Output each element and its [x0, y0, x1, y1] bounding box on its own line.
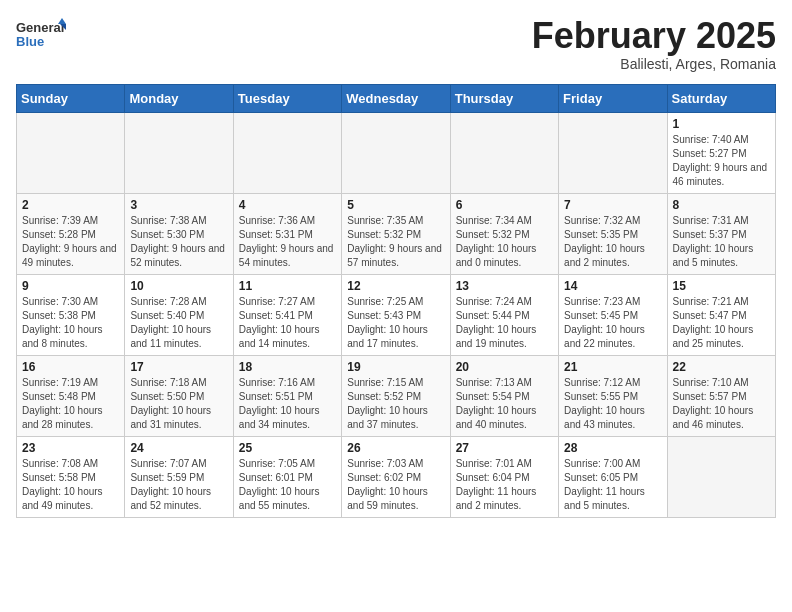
- title-block: February 2025 Balilesti, Arges, Romania: [532, 16, 776, 72]
- page-header: General Blue February 2025 Balilesti, Ar…: [16, 16, 776, 72]
- logo: General Blue: [16, 16, 66, 60]
- day-info: Sunrise: 7:35 AM Sunset: 5:32 PM Dayligh…: [347, 214, 444, 270]
- calendar-cell-w2-d3: 4Sunrise: 7:36 AM Sunset: 5:31 PM Daylig…: [233, 193, 341, 274]
- day-number: 14: [564, 279, 661, 293]
- calendar-cell-w1-d5: [450, 112, 558, 193]
- calendar-cell-w3-d3: 11Sunrise: 7:27 AM Sunset: 5:41 PM Dayli…: [233, 274, 341, 355]
- calendar-cell-w5-d1: 23Sunrise: 7:08 AM Sunset: 5:58 PM Dayli…: [17, 436, 125, 517]
- day-number: 27: [456, 441, 553, 455]
- calendar-cell-w2-d2: 3Sunrise: 7:38 AM Sunset: 5:30 PM Daylig…: [125, 193, 233, 274]
- day-number: 2: [22, 198, 119, 212]
- day-number: 4: [239, 198, 336, 212]
- calendar-cell-w2-d1: 2Sunrise: 7:39 AM Sunset: 5:28 PM Daylig…: [17, 193, 125, 274]
- calendar-cell-w3-d7: 15Sunrise: 7:21 AM Sunset: 5:47 PM Dayli…: [667, 274, 775, 355]
- day-info: Sunrise: 7:16 AM Sunset: 5:51 PM Dayligh…: [239, 376, 336, 432]
- header-tuesday: Tuesday: [233, 84, 341, 112]
- calendar-cell-w5-d3: 25Sunrise: 7:05 AM Sunset: 6:01 PM Dayli…: [233, 436, 341, 517]
- day-info: Sunrise: 7:39 AM Sunset: 5:28 PM Dayligh…: [22, 214, 119, 270]
- day-number: 19: [347, 360, 444, 374]
- day-number: 26: [347, 441, 444, 455]
- calendar-week-3: 9Sunrise: 7:30 AM Sunset: 5:38 PM Daylig…: [17, 274, 776, 355]
- day-number: 23: [22, 441, 119, 455]
- svg-text:Blue: Blue: [16, 34, 44, 49]
- day-info: Sunrise: 7:28 AM Sunset: 5:40 PM Dayligh…: [130, 295, 227, 351]
- calendar-week-2: 2Sunrise: 7:39 AM Sunset: 5:28 PM Daylig…: [17, 193, 776, 274]
- location: Balilesti, Arges, Romania: [532, 56, 776, 72]
- calendar-cell-w3-d5: 13Sunrise: 7:24 AM Sunset: 5:44 PM Dayli…: [450, 274, 558, 355]
- day-info: Sunrise: 7:36 AM Sunset: 5:31 PM Dayligh…: [239, 214, 336, 270]
- day-info: Sunrise: 7:31 AM Sunset: 5:37 PM Dayligh…: [673, 214, 770, 270]
- day-info: Sunrise: 7:34 AM Sunset: 5:32 PM Dayligh…: [456, 214, 553, 270]
- day-number: 8: [673, 198, 770, 212]
- day-info: Sunrise: 7:27 AM Sunset: 5:41 PM Dayligh…: [239, 295, 336, 351]
- day-number: 25: [239, 441, 336, 455]
- calendar-cell-w4-d7: 22Sunrise: 7:10 AM Sunset: 5:57 PM Dayli…: [667, 355, 775, 436]
- calendar-cell-w3-d6: 14Sunrise: 7:23 AM Sunset: 5:45 PM Dayli…: [559, 274, 667, 355]
- day-number: 3: [130, 198, 227, 212]
- calendar-cell-w1-d3: [233, 112, 341, 193]
- calendar-cell-w3-d4: 12Sunrise: 7:25 AM Sunset: 5:43 PM Dayli…: [342, 274, 450, 355]
- day-info: Sunrise: 7:00 AM Sunset: 6:05 PM Dayligh…: [564, 457, 661, 513]
- day-number: 22: [673, 360, 770, 374]
- calendar-cell-w4-d4: 19Sunrise: 7:15 AM Sunset: 5:52 PM Dayli…: [342, 355, 450, 436]
- day-number: 9: [22, 279, 119, 293]
- calendar-cell-w5-d6: 28Sunrise: 7:00 AM Sunset: 6:05 PM Dayli…: [559, 436, 667, 517]
- day-number: 12: [347, 279, 444, 293]
- calendar-week-1: 1Sunrise: 7:40 AM Sunset: 5:27 PM Daylig…: [17, 112, 776, 193]
- calendar-cell-w3-d1: 9Sunrise: 7:30 AM Sunset: 5:38 PM Daylig…: [17, 274, 125, 355]
- day-number: 7: [564, 198, 661, 212]
- header-saturday: Saturday: [667, 84, 775, 112]
- calendar-cell-w5-d7: [667, 436, 775, 517]
- calendar-cell-w4-d1: 16Sunrise: 7:19 AM Sunset: 5:48 PM Dayli…: [17, 355, 125, 436]
- day-info: Sunrise: 7:25 AM Sunset: 5:43 PM Dayligh…: [347, 295, 444, 351]
- calendar-cell-w4-d6: 21Sunrise: 7:12 AM Sunset: 5:55 PM Dayli…: [559, 355, 667, 436]
- calendar-cell-w4-d3: 18Sunrise: 7:16 AM Sunset: 5:51 PM Dayli…: [233, 355, 341, 436]
- day-number: 13: [456, 279, 553, 293]
- day-info: Sunrise: 7:10 AM Sunset: 5:57 PM Dayligh…: [673, 376, 770, 432]
- day-number: 28: [564, 441, 661, 455]
- day-number: 24: [130, 441, 227, 455]
- day-info: Sunrise: 7:24 AM Sunset: 5:44 PM Dayligh…: [456, 295, 553, 351]
- day-info: Sunrise: 7:18 AM Sunset: 5:50 PM Dayligh…: [130, 376, 227, 432]
- calendar-cell-w5-d4: 26Sunrise: 7:03 AM Sunset: 6:02 PM Dayli…: [342, 436, 450, 517]
- calendar-cell-w1-d2: [125, 112, 233, 193]
- calendar-cell-w5-d5: 27Sunrise: 7:01 AM Sunset: 6:04 PM Dayli…: [450, 436, 558, 517]
- day-info: Sunrise: 7:30 AM Sunset: 5:38 PM Dayligh…: [22, 295, 119, 351]
- day-info: Sunrise: 7:21 AM Sunset: 5:47 PM Dayligh…: [673, 295, 770, 351]
- header-wednesday: Wednesday: [342, 84, 450, 112]
- day-info: Sunrise: 7:19 AM Sunset: 5:48 PM Dayligh…: [22, 376, 119, 432]
- header-friday: Friday: [559, 84, 667, 112]
- calendar-cell-w4-d2: 17Sunrise: 7:18 AM Sunset: 5:50 PM Dayli…: [125, 355, 233, 436]
- calendar-cell-w1-d6: [559, 112, 667, 193]
- day-info: Sunrise: 7:12 AM Sunset: 5:55 PM Dayligh…: [564, 376, 661, 432]
- month-title: February 2025: [532, 16, 776, 56]
- calendar-cell-w2-d6: 7Sunrise: 7:32 AM Sunset: 5:35 PM Daylig…: [559, 193, 667, 274]
- day-number: 15: [673, 279, 770, 293]
- day-info: Sunrise: 7:23 AM Sunset: 5:45 PM Dayligh…: [564, 295, 661, 351]
- day-number: 10: [130, 279, 227, 293]
- day-number: 1: [673, 117, 770, 131]
- day-info: Sunrise: 7:40 AM Sunset: 5:27 PM Dayligh…: [673, 133, 770, 189]
- header-thursday: Thursday: [450, 84, 558, 112]
- calendar-table: Sunday Monday Tuesday Wednesday Thursday…: [16, 84, 776, 518]
- calendar-cell-w1-d7: 1Sunrise: 7:40 AM Sunset: 5:27 PM Daylig…: [667, 112, 775, 193]
- calendar-week-4: 16Sunrise: 7:19 AM Sunset: 5:48 PM Dayli…: [17, 355, 776, 436]
- day-number: 17: [130, 360, 227, 374]
- day-info: Sunrise: 7:08 AM Sunset: 5:58 PM Dayligh…: [22, 457, 119, 513]
- day-info: Sunrise: 7:05 AM Sunset: 6:01 PM Dayligh…: [239, 457, 336, 513]
- day-info: Sunrise: 7:01 AM Sunset: 6:04 PM Dayligh…: [456, 457, 553, 513]
- calendar-cell-w1-d4: [342, 112, 450, 193]
- day-info: Sunrise: 7:38 AM Sunset: 5:30 PM Dayligh…: [130, 214, 227, 270]
- calendar-cell-w2-d4: 5Sunrise: 7:35 AM Sunset: 5:32 PM Daylig…: [342, 193, 450, 274]
- header-sunday: Sunday: [17, 84, 125, 112]
- day-info: Sunrise: 7:15 AM Sunset: 5:52 PM Dayligh…: [347, 376, 444, 432]
- day-info: Sunrise: 7:13 AM Sunset: 5:54 PM Dayligh…: [456, 376, 553, 432]
- day-number: 11: [239, 279, 336, 293]
- svg-text:General: General: [16, 20, 64, 35]
- day-number: 18: [239, 360, 336, 374]
- calendar-cell-w5-d2: 24Sunrise: 7:07 AM Sunset: 5:59 PM Dayli…: [125, 436, 233, 517]
- day-number: 6: [456, 198, 553, 212]
- calendar-cell-w2-d5: 6Sunrise: 7:34 AM Sunset: 5:32 PM Daylig…: [450, 193, 558, 274]
- day-number: 16: [22, 360, 119, 374]
- calendar-header-row: Sunday Monday Tuesday Wednesday Thursday…: [17, 84, 776, 112]
